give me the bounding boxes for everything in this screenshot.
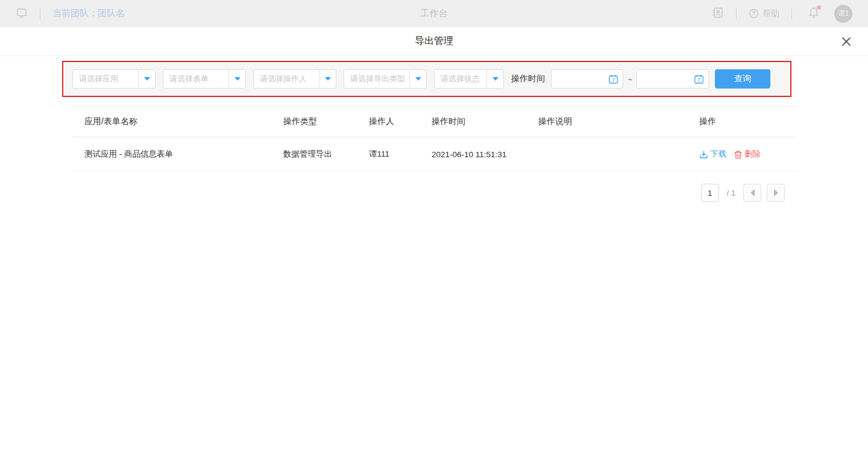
question-circle-icon <box>749 8 759 19</box>
chevron-down-icon <box>492 77 498 81</box>
trash-icon <box>734 150 743 159</box>
form-select-placeholder: 请选择表单 <box>163 73 228 84</box>
header-actions: 操作 <box>699 116 796 127</box>
filter-bar: 请选择应用 请选择表单 请选择操作人 请选择导出类型 请选择状态 操作时间 <box>72 69 770 89</box>
triangle-right-icon <box>774 189 778 196</box>
operator-select-placeholder: 请选择操作人 <box>254 73 319 84</box>
modal-title: 导出管理 <box>415 35 453 48</box>
header-app-form-name: 应用/表单名称 <box>72 116 283 127</box>
chevron-down-icon <box>325 77 331 81</box>
close-icon[interactable] <box>839 34 854 49</box>
workbench-icon[interactable] <box>16 7 28 21</box>
operator-select[interactable]: 请选择操作人 <box>253 69 336 89</box>
download-link[interactable]: 下载 <box>699 149 726 160</box>
header-operation-type: 操作类型 <box>283 116 369 127</box>
chevron-down-icon <box>144 77 150 81</box>
header-operator: 操作人 <box>369 116 432 127</box>
status-select[interactable]: 请选择状态 <box>434 69 504 89</box>
caret-box <box>319 70 336 88</box>
table-header-row: 应用/表单名称 操作类型 操作人 操作时间 操作说明 操作 <box>72 106 796 137</box>
cell-operation-type: 数据管理导出 <box>283 149 369 160</box>
operation-time-label: 操作时间 <box>511 73 545 84</box>
filter-bar-annotation: 请选择应用 请选择表单 请选择操作人 请选择导出类型 请选择状态 操作时间 <box>62 61 791 97</box>
modal-header: 导出管理 <box>0 27 868 56</box>
help-label: 帮助 <box>763 8 779 19</box>
user-avatar[interactable]: 谭1 <box>834 5 852 23</box>
status-select-placeholder: 请选择状态 <box>435 73 486 84</box>
next-page-button[interactable] <box>767 184 785 202</box>
cell-actions: 下载 删除 <box>699 149 796 160</box>
address-book-icon[interactable] <box>712 7 724 21</box>
header-operation-desc: 操作说明 <box>538 116 699 127</box>
export-type-select-placeholder: 请选择导出类型 <box>344 73 409 84</box>
cell-app-form-name: 测试应用 - 商品信息表单 <box>72 149 283 160</box>
export-type-select[interactable]: 请选择导出类型 <box>344 69 427 89</box>
topbar-divider <box>736 8 737 19</box>
chevron-down-icon <box>234 77 241 81</box>
app-select-placeholder: 请选择应用 <box>73 73 138 84</box>
download-icon <box>699 150 708 159</box>
top-bar: 当前团队：团队名 工作台 帮助 <box>0 0 868 27</box>
chevron-down-icon <box>415 77 421 81</box>
triangle-left-icon <box>750 189 755 196</box>
range-separator: ~ <box>623 75 637 84</box>
notification-bell-icon[interactable] <box>808 7 820 21</box>
topbar-divider <box>791 8 792 19</box>
date-start-field: 7 <box>551 69 623 89</box>
download-label: 下载 <box>710 149 726 160</box>
current-team-label[interactable]: 当前团队：团队名 <box>52 8 125 19</box>
cell-operator: 谭111 <box>369 149 432 160</box>
search-button[interactable]: 查询 <box>715 69 770 89</box>
pagination: 1 / 1 <box>72 184 796 202</box>
app-select[interactable]: 请选择应用 <box>72 69 156 89</box>
current-page-box[interactable]: 1 <box>701 184 719 202</box>
cell-operation-time: 2021-06-10 11:51:31 <box>432 150 538 159</box>
svg-text:7: 7 <box>697 77 700 83</box>
caret-box <box>228 70 245 88</box>
prev-page-button[interactable] <box>743 184 761 202</box>
svg-text:7: 7 <box>612 77 615 83</box>
export-table: 应用/表单名称 操作类型 操作人 操作时间 操作说明 操作 测试应用 - 商品信… <box>72 106 796 172</box>
caret-box <box>138 70 155 88</box>
help-button[interactable]: 帮助 <box>749 8 779 19</box>
total-pages-label: / 1 <box>727 189 735 198</box>
table-row: 测试应用 - 商品信息表单 数据管理导出 谭111 2021-06-10 11:… <box>72 137 796 172</box>
caret-box <box>486 70 503 88</box>
topbar-divider <box>40 8 40 19</box>
delete-link[interactable]: 删除 <box>734 149 761 160</box>
calendar-icon[interactable]: 7 <box>608 74 618 87</box>
form-select[interactable]: 请选择表单 <box>163 69 246 89</box>
calendar-icon[interactable]: 7 <box>694 74 704 87</box>
date-end-field: 7 <box>637 69 709 89</box>
header-operation-time: 操作时间 <box>432 116 538 127</box>
caret-box <box>409 70 426 88</box>
delete-label: 删除 <box>744 149 761 160</box>
export-management-modal: 导出管理 请选择应用 请选择表单 请选择操作人 请选择导出类型 <box>0 27 868 456</box>
notification-dot <box>817 5 821 10</box>
